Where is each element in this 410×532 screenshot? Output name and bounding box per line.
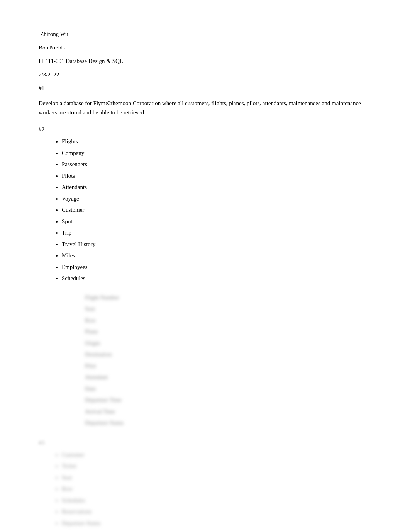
entity-item-11: Employees [62,262,371,272]
blurred-q3-item-1: Ticket [62,461,371,471]
blurred-item-7: Pilot [85,361,371,371]
entity-item-3: Pilots [62,171,371,181]
entity-item-7: Spot [62,217,371,227]
entity-item-6: Customer [62,205,371,215]
instructor-text: Bob Nields [39,44,65,51]
entity-item-9: Travel History [62,240,371,250]
blurred-item-5: Origin [85,338,371,348]
blurred-item-4: Plane [85,327,371,337]
blurred-item-2: Seat [85,304,371,314]
date-text: 2/3/2022 [39,71,59,78]
entity-item-5: Voyage [62,194,371,204]
blurred-item-10: Departure Time [85,395,371,405]
blurred-q3-item-2: Seat [62,473,371,483]
author-text: Zhirong Wu [40,31,68,37]
entity-item-8: Trip [62,228,371,238]
question2-number: #2 [39,126,371,133]
entity-item-1: Company [62,148,371,158]
entities-list: FlightsCompanyPassengersPilotsAttendants… [39,137,371,284]
blurred-q3-item-4: Schedules [62,496,371,506]
course-text: IT 111-001 Database Design & SQL [39,58,123,64]
blurred-q3-list: CustomerTicketSeatRowSchedulesReservatio… [39,450,371,529]
entity-item-2: Passengers [62,160,371,170]
question1-number: #1 [39,85,371,92]
blurred-item-9: Date [85,384,371,394]
blurred-q3-item-5: Reservations [62,507,371,517]
blurred-item-8: Attendant [85,372,371,382]
blurred-item-3: Row [85,316,371,326]
blurred-sublist-container: Flight Number Seat Row Plane Origin Dest… [39,293,371,428]
date-line: 2/3/2022 [39,71,371,78]
question3-number: #3 [39,440,371,446]
blurred-item-12: Departure Status [85,418,371,428]
blurred-q3-item-3: Row [62,484,371,494]
blurred-item-11: Arrival Time [85,407,371,417]
blurred-q3-item-0: Customer [62,450,371,460]
entity-item-4: Attendants [62,182,371,192]
author-line: Zhirong Wu [39,31,371,37]
blurred-q3-item-6: Departure Status [62,518,371,529]
entity-item-10: Miles [62,251,371,261]
blurred-item-6: Destination [85,350,371,360]
blurred-item-1: Flight Number [85,293,371,303]
entity-item-12: Schedules [62,274,371,284]
question1-text: Develop a database for Flyme2themoon Cor… [39,99,371,117]
course-line: IT 111-001 Database Design & SQL [39,58,371,65]
entity-item-0: Flights [62,137,371,147]
instructor-line: Bob Nields [39,44,371,51]
